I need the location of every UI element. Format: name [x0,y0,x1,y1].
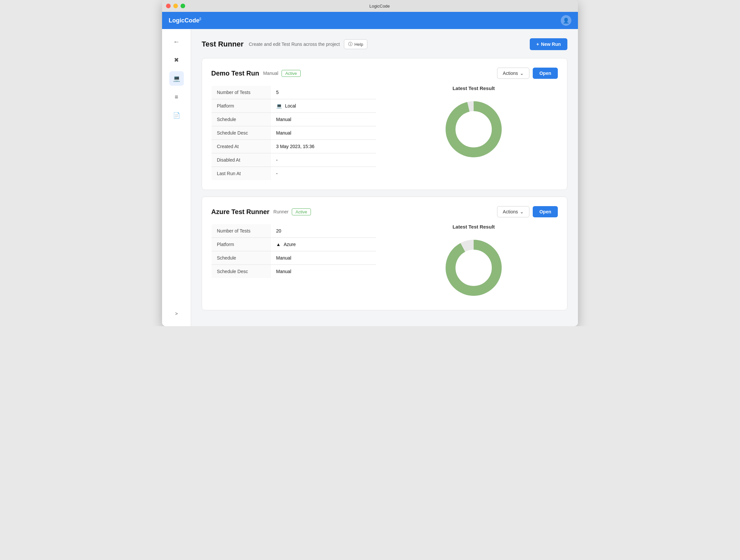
table-row: Schedule Desc Manual [211,126,376,140]
card-actions-1: Actions ⌄ Open [497,68,558,79]
svg-point-1 [451,106,497,152]
actions-button-2[interactable]: Actions ⌄ [497,206,530,217]
table-row: Number of Tests 20 [211,224,376,238]
azure-platform-icon: ▲ [276,242,281,247]
card-body-1: Number of Tests 5 Platform 💻 Local [211,85,558,181]
card-header-1: Demo Test Run Manual Active Actions ⌄ Op… [211,68,558,79]
list-icon: ≡ [175,94,178,101]
table-row: Schedule Manual [211,251,376,265]
sidebar: ← ✖ 💻 ≡ 📄 > [162,29,191,326]
card-demo-test-run: Demo Test Run Manual Active Actions ⌄ Op… [202,58,567,190]
sidebar-item-tools[interactable]: ✖ [169,53,184,67]
page-subtitle: Create and edit Test Runs across the pro… [249,41,340,47]
sidebar-back-button[interactable]: ← [169,34,184,49]
card-table-2: Number of Tests 20 Platform ▲ Azure [211,224,376,301]
tools-icon: ✖ [174,57,179,64]
sidebar-item-test-runner[interactable]: 💻 [169,71,184,86]
table-row: Platform ▲ Azure [211,238,376,251]
main-content: Test Runner Create and edit Test Runs ac… [191,29,578,326]
card-title-1: Demo Test Run [211,70,259,77]
table-row: Disabled At - [211,153,376,167]
svg-point-3 [451,245,497,291]
chart-label-1: Latest Test Result [453,85,495,91]
table-row: Schedule Desc Manual [211,265,376,278]
sidebar-item-list[interactable]: ≡ [169,90,184,104]
platform-icon: 💻 [276,103,282,109]
chevron-down-icon: ⌄ [520,209,524,214]
brand-logo: LogicCodeβ [169,17,201,24]
status-badge-1: Active [282,70,300,77]
table-row: Schedule Manual [211,113,376,126]
user-icon: 👤 [563,17,569,24]
help-button[interactable]: ⓘ Help [344,39,368,49]
actions-button-1[interactable]: Actions ⌄ [497,68,530,79]
donut-chart-1 [441,96,506,162]
minimize-button[interactable] [173,4,178,8]
page-title: Test Runner [202,40,244,48]
avatar[interactable]: 👤 [561,15,571,26]
sidebar-item-document[interactable]: 📄 [169,108,184,123]
table-row: Platform 💻 Local [211,99,376,113]
app-body: ← ✖ 💻 ≡ 📄 > Test Runner Create and edit … [162,29,578,326]
card-actions-2: Actions ⌄ Open [497,206,558,217]
chart-area-2: Latest Test Result [389,224,558,301]
card-body-2: Number of Tests 20 Platform ▲ Azure [211,224,558,301]
card-type-2: Runner [273,209,288,214]
sidebar-expand-button[interactable]: > [169,306,184,321]
open-button-2[interactable]: Open [533,206,558,217]
chart-area-1: Latest Test Result [389,85,558,181]
maximize-button[interactable] [181,4,185,8]
card-title-2: Azure Test Runner [211,208,269,216]
donut-chart-2 [441,235,506,301]
monitor-icon: 💻 [173,75,180,82]
document-icon: 📄 [173,112,180,119]
open-button-1[interactable]: Open [533,68,558,79]
appbar: LogicCodeβ 👤 [162,12,578,29]
help-icon: ⓘ [348,41,353,47]
card-table-1: Number of Tests 5 Platform 💻 Local [211,85,376,181]
window-title: LogicCode [185,4,574,9]
plus-icon: + [536,41,539,47]
table-row: Number of Tests 5 [211,86,376,99]
app-window: LogicCode LogicCodeβ 👤 ← ✖ 💻 ≡ 📄 [162,0,578,326]
chevron-down-icon: ⌄ [520,71,524,76]
chart-label-2: Latest Test Result [453,224,495,230]
page-header: Test Runner Create and edit Test Runs ac… [202,38,567,50]
card-type-1: Manual [263,71,278,76]
status-badge-2: Active [292,208,310,215]
card-header-2: Azure Test Runner Runner Active Actions … [211,206,558,217]
card-azure-test-runner: Azure Test Runner Runner Active Actions … [202,197,567,310]
titlebar: LogicCode [162,0,578,12]
traffic-lights [166,4,185,8]
new-run-button[interactable]: + New Run [530,38,567,50]
close-button[interactable] [166,4,171,8]
table-row: Created At 3 May 2023, 15:36 [211,140,376,153]
chevron-right-icon: > [175,311,178,316]
table-row: Last Run At - [211,167,376,181]
